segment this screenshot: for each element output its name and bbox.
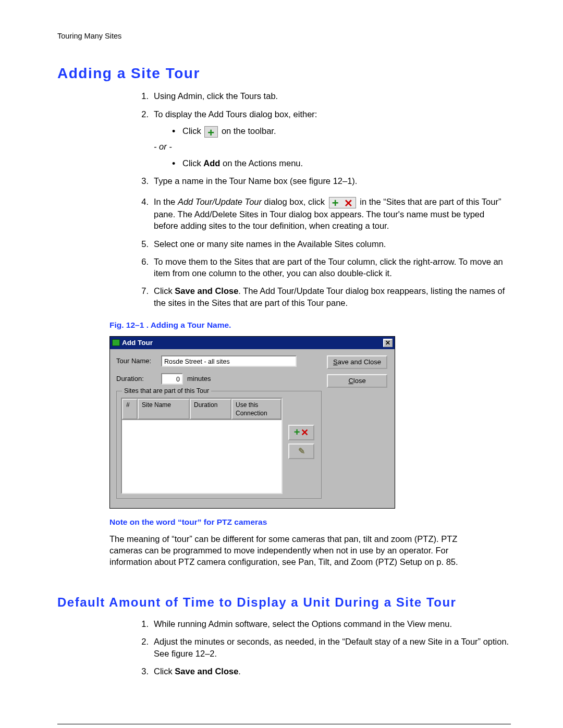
duration-unit: minutes [187,374,211,384]
step-text: While running Admin software, select the… [154,619,452,628]
sub-bullet: Click on the toolbar. [154,125,511,138]
heading-adding-site-tour: Adding a Site Tour [57,64,511,83]
pencil-icon: ✎ [298,446,305,457]
sub-bullet: Click Add on the Actions menu. [154,157,511,169]
or-separator: - or - [154,141,511,152]
tour-name-label: Tour Name: [116,356,161,366]
plus-icon: + [294,425,300,439]
step-text: Select one or many site names in the Ava… [154,239,386,249]
running-header: Touring Many Sites [57,31,511,42]
sites-listbox[interactable]: # Site Name Duration Use this Connection [121,398,283,494]
col-connection[interactable]: Use this Connection [231,399,282,419]
step-number: 7. [133,285,149,297]
figure-caption: Fig. 12–1 . Adding a Tour Name. [109,320,511,331]
col-num[interactable]: # [122,399,138,419]
step-text: To display the Add Tours dialog box, eit… [154,109,317,119]
dialog-titlebar: Add Tour ✕ [110,337,395,349]
step-number: 1. [133,618,149,630]
edit-site-button[interactable]: ✎ [288,443,314,459]
step-text: Using Admin, click the Tours tab. [154,91,278,101]
tour-name-input[interactable]: Rosde Street - all sites [161,355,297,367]
x-icon: ✕ [301,426,309,439]
note-body: The meaning of “tour” can be different f… [109,533,459,568]
footer-rule [57,724,511,724]
add-delete-icon: +✕ [329,197,356,208]
close-icon[interactable]: ✕ [383,339,393,347]
step-number: 1. [133,90,149,102]
step-number: 2. [133,636,149,647]
step-number: 6. [133,256,149,267]
group-legend: Sites that are part of this Tour [122,387,211,396]
step-number: 3. [133,175,149,187]
step-text: Click Save and Close. The Add Tour/Updat… [154,286,505,307]
col-duration[interactable]: Duration [190,399,231,419]
heading-default-time: Default Amount of Time to Display a Unit… [57,594,511,611]
step-text: To move them to the Sites that are part … [154,257,503,278]
steps-list-2: 1. While running Admin software, select … [57,618,511,677]
col-site-name[interactable]: Site Name [138,399,190,419]
close-button[interactable]: Close [327,374,387,388]
save-and-close-button[interactable]: Save and Close [327,355,387,369]
step-text: Click Save and Close. [154,667,241,676]
duration-label: Duration: [116,374,161,384]
step-number: 4. [133,196,149,207]
add-delete-sites-button[interactable]: +✕ [288,425,314,440]
note-caption: Note on the word “tour” for PTZ cameras [109,517,511,528]
step-text: Type a name in the Tour Name box (see fi… [154,176,357,186]
dialog-system-icon [112,339,120,346]
plus-icon [204,126,218,138]
step-number: 2. [133,108,149,120]
duration-input[interactable]: 0 [161,373,183,385]
add-tour-dialog: Add Tour ✕ Tour Name: Rosde Street - all… [109,336,395,509]
steps-list-1: 1. Using Admin, click the Tours tab. 2. … [57,90,511,308]
step-text: In the Add Tour/Update Tour dialog box, … [154,197,501,230]
step-number: 5. [133,238,149,250]
sites-group: Sites that are part of this Tour # Site … [116,391,322,499]
step-number: 3. [133,665,149,677]
dialog-title: Add Tour [122,338,153,348]
list-header: # Site Name Duration Use this Connection [122,399,282,420]
step-text: Adjust the minutes or seconds, as needed… [154,637,509,658]
